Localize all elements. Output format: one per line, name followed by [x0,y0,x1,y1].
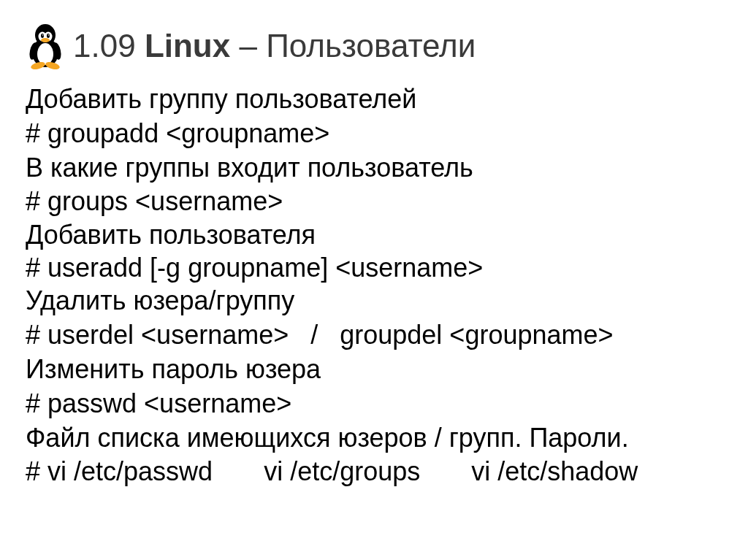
command-line: # userdel <username> / groupdel <groupna… [26,318,722,353]
slide-content: Добавить группу пользователей # groupadd… [26,83,722,489]
command-line: # vi /etc/passwd vi /etc/groups vi /etc/… [26,455,722,489]
slide-header: 1.09 Linux – Пользователи [26,22,722,69]
svg-point-7 [42,34,44,36]
svg-point-2 [37,43,53,65]
title-bold: Linux [145,28,230,64]
svg-point-5 [41,34,44,38]
slide-title: 1.09 Linux – Пользователи [73,28,476,64]
svg-point-9 [41,38,50,42]
text-line: Файл списка имеющихся юзеров / групп. Па… [26,421,722,456]
svg-point-8 [48,34,50,36]
text-line: Удалить юзера/группу [26,284,722,318]
svg-point-6 [47,34,50,38]
text-line: Изменить пароль юзера [26,353,722,387]
command-line: # passwd <username> [26,387,722,421]
tux-penguin-icon [26,22,66,69]
text-line: В какие группы входит пользователь [26,151,722,185]
text-line: Добавить группу пользователей [26,83,722,117]
title-number: 1.09 [73,28,136,64]
title-dash: – [239,28,266,64]
text-line: Добавить пользователя [26,219,722,252]
command-line: # useradd [-g groupname] <username> [26,252,722,285]
command-line: # groupadd <groupname> [26,117,722,151]
title-subtitle: Пользователи [266,28,476,64]
command-line: # groups <username> [26,185,722,219]
